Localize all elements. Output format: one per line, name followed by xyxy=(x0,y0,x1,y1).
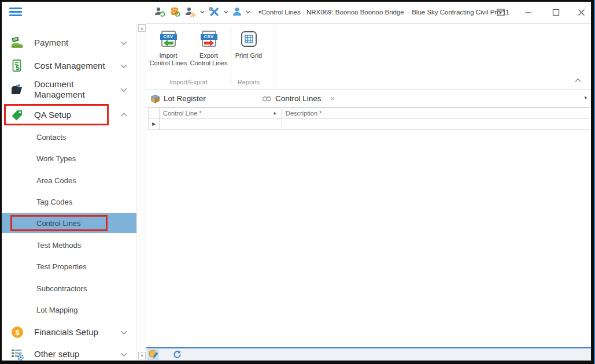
lot-cube-icon xyxy=(150,94,160,103)
sidebar-item-label: Financials Setup xyxy=(34,327,115,337)
window-frame: ▾ Control Lines - NRX069: Boonoo Boonoo … xyxy=(0,0,595,364)
print-grid-button[interactable]: Print Grid xyxy=(230,31,267,60)
chevron-down-icon xyxy=(120,40,128,46)
financials-icon: $ xyxy=(10,325,24,339)
sidebar-item-work-types[interactable]: Work Types xyxy=(2,148,136,169)
sidebar-item-test-methods[interactable]: Test Methods xyxy=(2,235,136,256)
ribbon-group-label: Import/Export xyxy=(149,79,228,86)
sidebar-item-qa-setup[interactable]: QA Setup xyxy=(2,104,136,125)
sidebar-item-label: Document Management xyxy=(34,79,115,99)
tab-list-dropdown-icon[interactable]: ▾ xyxy=(584,95,587,101)
ribbon-group-label: Reports xyxy=(230,79,267,86)
sidebar-item-label: Other setup xyxy=(34,349,115,359)
qat-overflow-dropdown-icon[interactable]: ▾ xyxy=(258,9,261,15)
user-icon[interactable] xyxy=(232,6,242,18)
chevron-down-icon xyxy=(120,330,128,335)
collapse-ribbon-icon[interactable] xyxy=(574,78,582,83)
chevron-down-icon[interactable] xyxy=(224,10,228,14)
close-tab-icon[interactable]: × xyxy=(331,95,335,103)
minimize-button[interactable] xyxy=(522,6,534,18)
chevron-down-icon xyxy=(120,352,128,357)
sidebar-item-control-lines[interactable]: Control Lines xyxy=(2,213,136,233)
sidebar-item-subcontractors[interactable]: Subcontractors xyxy=(2,278,136,299)
scroll-up-button[interactable]: ▲ xyxy=(138,24,146,32)
sidebar-item-cost-management[interactable]: $ Cost Management xyxy=(2,55,136,77)
sidebar-item-document-management[interactable]: Document Management xyxy=(2,77,136,102)
svg-text:$: $ xyxy=(15,328,20,337)
chevron-down-icon xyxy=(120,64,128,69)
sidebar-item-other-setup[interactable]: Other setup xyxy=(2,343,136,361)
cell-control-line[interactable] xyxy=(160,118,282,129)
title-bar: ▾ Control Lines - NRX069: Boonoo Boonoo … xyxy=(2,2,591,23)
ribbon-group-separator xyxy=(275,27,275,85)
qa-tag-icon xyxy=(10,108,24,122)
database-edit-icon xyxy=(149,350,158,359)
sidebar-scrollbar[interactable]: ▲ ▼ xyxy=(136,23,146,361)
other-setup-icon xyxy=(10,347,24,361)
user-sync-icon[interactable] xyxy=(154,6,166,18)
document-tab-bar: Lot Register Control Lines × ▾ xyxy=(146,90,591,107)
sort-ascending-icon[interactable]: ▲ xyxy=(272,110,277,116)
csv-import-icon: CSV xyxy=(161,31,176,47)
sidebar-item-lot-mapping[interactable]: Lot Mapping xyxy=(2,299,136,321)
chevron-down-icon[interactable] xyxy=(200,10,205,14)
cell-description[interactable] xyxy=(282,118,589,129)
print-grid-icon xyxy=(241,31,257,47)
cost-management-icon: $ xyxy=(10,59,24,73)
row-indicator: ▶ xyxy=(148,118,160,129)
grid-new-row[interactable]: ▶ xyxy=(148,118,589,130)
status-bar xyxy=(146,347,591,361)
sidebar-item-label: Cost Management xyxy=(34,61,115,71)
sidebar-item-test-properties[interactable]: Test Properties xyxy=(2,256,136,277)
sidebar-item-area-codes[interactable]: Area Codes xyxy=(2,170,136,191)
sidebar-item-tag-codes[interactable]: Tag Codes xyxy=(2,191,136,213)
navigation-sidebar: Payment $ Cost Management Document Manag… xyxy=(2,23,136,361)
control-lines-grid: Control Line * ▲ Description * ▶ xyxy=(148,107,589,130)
csv-export-icon: CSV xyxy=(202,31,216,47)
document-management-icon xyxy=(10,83,24,96)
content-area: CSV Import Control Lines CSV xyxy=(146,23,591,361)
quick-access-toolbar: ▾ xyxy=(154,5,261,19)
column-header-control-line[interactable]: Control Line * ▲ xyxy=(160,108,282,118)
export-control-lines-button[interactable]: CSV Export Control Lines xyxy=(189,31,228,67)
window-title: Control Lines - NRX069: Boonoo Boonoo Br… xyxy=(261,9,509,16)
user-settings-icon[interactable] xyxy=(184,6,197,18)
import-control-lines-button[interactable]: CSV Import Control Lines xyxy=(149,31,188,67)
ribbon-toolbar: CSV Import Control Lines CSV xyxy=(146,24,591,90)
grid-row-selector-header xyxy=(148,108,160,118)
dock-window-button[interactable] xyxy=(494,6,507,18)
database-sync-icon[interactable] xyxy=(169,6,181,18)
column-header-description[interactable]: Description * xyxy=(282,108,589,118)
row-indicator-icon: ▶ xyxy=(152,121,156,127)
payment-icon xyxy=(10,36,24,50)
tools-icon[interactable] xyxy=(208,6,220,18)
link-icon xyxy=(262,95,272,102)
refresh-icon xyxy=(173,350,182,359)
sidebar-item-label: Payment xyxy=(34,38,115,48)
grid-header-row: Control Line * ▲ Description * xyxy=(148,108,589,118)
maximize-button[interactable] xyxy=(549,6,562,18)
application-window: ▾ Control Lines - NRX069: Boonoo Boonoo … xyxy=(2,2,591,361)
chevron-up-icon xyxy=(120,112,128,117)
tab-control-lines[interactable]: Control Lines × xyxy=(258,90,369,107)
tab-lot-register[interactable]: Lot Register xyxy=(146,90,258,107)
sidebar-item-payment[interactable]: Payment xyxy=(2,32,136,54)
edit-data-status-button[interactable] xyxy=(147,349,159,360)
svg-text:$: $ xyxy=(16,64,19,71)
chevron-down-icon xyxy=(120,87,128,92)
sidebar-item-contacts[interactable]: Contacts xyxy=(2,127,136,148)
sidebar-item-financials-setup[interactable]: $ Financials Setup xyxy=(2,321,136,343)
hamburger-menu-icon[interactable] xyxy=(9,8,22,17)
refresh-status-button[interactable] xyxy=(171,349,183,360)
close-button[interactable] xyxy=(575,6,587,18)
scroll-down-button[interactable]: ▼ xyxy=(138,352,146,359)
chevron-down-icon[interactable] xyxy=(246,10,250,14)
sidebar-item-label: QA Setup xyxy=(34,110,115,120)
